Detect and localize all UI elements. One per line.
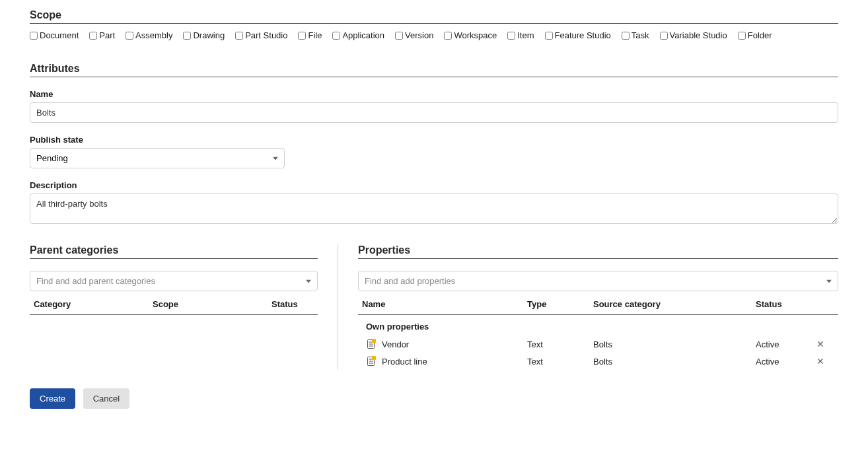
- properties-table-header: Name Type Source category Status: [358, 291, 838, 315]
- scope-option-label: Part Studio: [245, 30, 287, 40]
- parent-categories-table-header: Category Scope Status: [30, 291, 318, 315]
- scope-option-label: Assembly: [135, 30, 172, 40]
- scope-option-label: Document: [40, 30, 79, 40]
- scope-checkbox[interactable]: [622, 32, 630, 40]
- property-status: Active: [756, 339, 809, 349]
- scope-option-label: Task: [632, 30, 649, 40]
- column-header-status: Status: [271, 299, 314, 309]
- scope-checkbox[interactable]: [395, 32, 403, 40]
- column-header-name: Name: [362, 299, 527, 309]
- scope-option-label: Folder: [748, 30, 772, 40]
- scope-option-task[interactable]: Task: [622, 30, 649, 40]
- column-header-scope: Scope: [153, 299, 271, 309]
- parent-categories-section-title: Parent categories: [30, 244, 318, 259]
- properties-section-title: Properties: [358, 244, 838, 259]
- scope-option-assembly[interactable]: Assembly: [126, 30, 172, 40]
- column-header-category: Category: [34, 299, 153, 309]
- scope-checkbox[interactable]: [126, 32, 133, 40]
- property-source: Bolts: [593, 339, 756, 349]
- scope-option-list: Document Part Assembly Drawing Part Stud…: [30, 26, 838, 43]
- scope-option-part[interactable]: Part: [89, 30, 115, 40]
- scope-option-drawing[interactable]: Drawing: [183, 30, 225, 40]
- property-name: Vendor: [382, 339, 409, 349]
- scope-option-folder[interactable]: Folder: [738, 30, 772, 40]
- scope-option-file[interactable]: File: [298, 30, 322, 40]
- publish-state-select[interactable]: Pending: [30, 148, 285, 168]
- scope-option-part-studio[interactable]: Part Studio: [235, 30, 287, 40]
- scope-option-version[interactable]: Version: [395, 30, 433, 40]
- property-icon: [366, 339, 377, 349]
- scope-checkbox[interactable]: [183, 32, 191, 40]
- property-type: Text: [527, 357, 593, 367]
- property-row: Vendor Text Bolts Active ✕: [358, 335, 838, 353]
- remove-property-button[interactable]: ✕: [816, 339, 824, 349]
- publish-state-label: Publish state: [30, 135, 838, 145]
- property-name: Product line: [382, 357, 427, 367]
- description-label: Description: [30, 180, 838, 190]
- attributes-section-title: Attributes: [30, 63, 838, 77]
- name-label: Name: [30, 89, 838, 99]
- scope-checkbox[interactable]: [660, 32, 668, 40]
- scope-option-workspace[interactable]: Workspace: [444, 30, 497, 40]
- property-type: Text: [527, 339, 593, 349]
- publish-state-value: Pending: [36, 153, 68, 163]
- create-button[interactable]: Create: [30, 388, 75, 409]
- property-icon: [366, 356, 377, 367]
- column-header-status: Status: [756, 299, 809, 309]
- scope-checkbox[interactable]: [89, 32, 97, 40]
- parent-categories-search[interactable]: [30, 271, 318, 291]
- scope-option-label: Version: [405, 30, 433, 40]
- column-header-source: Source category: [593, 299, 756, 309]
- remove-property-button[interactable]: ✕: [816, 356, 824, 367]
- scope-option-label: Application: [342, 30, 384, 40]
- scope-option-label: Item: [517, 30, 534, 40]
- svg-rect-1: [372, 339, 376, 343]
- scope-option-feature-studio[interactable]: Feature Studio: [545, 30, 611, 40]
- scope-option-label: Workspace: [454, 30, 497, 40]
- name-input[interactable]: [30, 102, 838, 123]
- scope-option-label: Variable Studio: [670, 30, 727, 40]
- description-textarea[interactable]: [30, 194, 838, 224]
- scope-checkbox[interactable]: [738, 32, 746, 40]
- scope-checkbox[interactable]: [545, 32, 553, 40]
- property-source: Bolts: [593, 357, 756, 367]
- scope-option-label: Part: [99, 30, 115, 40]
- scope-option-document[interactable]: Document: [30, 30, 79, 40]
- scope-checkbox[interactable]: [332, 32, 340, 40]
- svg-rect-6: [372, 356, 376, 360]
- properties-search[interactable]: [358, 271, 838, 291]
- cancel-button[interactable]: Cancel: [83, 388, 129, 409]
- scope-checkbox[interactable]: [235, 32, 243, 40]
- scope-option-label: Feature Studio: [555, 30, 611, 40]
- properties-group-own: Own properties: [358, 315, 838, 335]
- scope-checkbox[interactable]: [298, 32, 306, 40]
- scope-checkbox[interactable]: [30, 32, 38, 40]
- property-status: Active: [756, 357, 809, 367]
- column-header-type: Type: [527, 299, 593, 309]
- scope-checkbox[interactable]: [444, 32, 452, 40]
- scope-option-variable-studio[interactable]: Variable Studio: [660, 30, 727, 40]
- scope-option-label: Drawing: [193, 30, 225, 40]
- scope-option-application[interactable]: Application: [332, 30, 384, 40]
- scope-section-title: Scope: [30, 9, 838, 24]
- property-row: Product line Text Bolts Active ✕: [358, 353, 838, 370]
- scope-option-item[interactable]: Item: [507, 30, 534, 40]
- scope-checkbox[interactable]: [507, 32, 515, 40]
- scope-option-label: File: [308, 30, 322, 40]
